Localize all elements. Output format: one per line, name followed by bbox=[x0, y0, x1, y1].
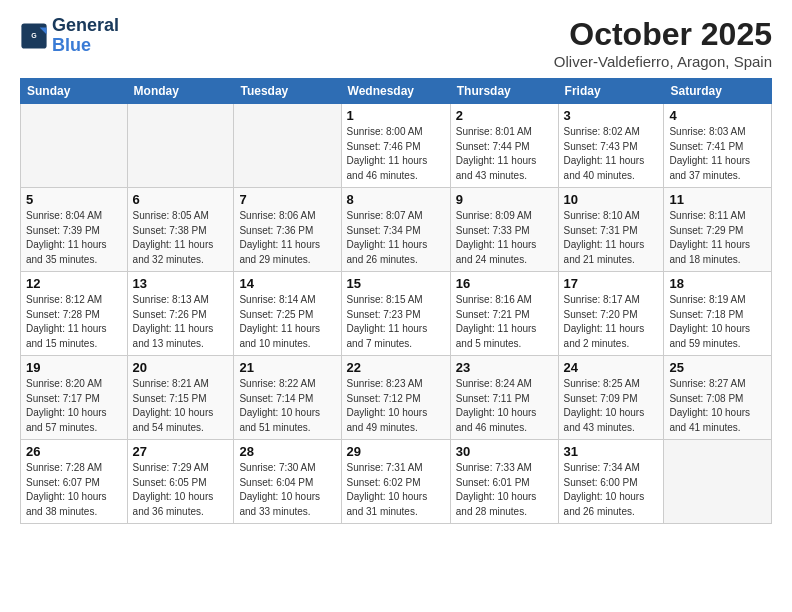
calendar-cell: 29Sunrise: 7:31 AM Sunset: 6:02 PM Dayli… bbox=[341, 440, 450, 524]
day-number: 15 bbox=[347, 276, 445, 291]
day-number: 4 bbox=[669, 108, 766, 123]
day-number: 30 bbox=[456, 444, 553, 459]
calendar-cell bbox=[664, 440, 772, 524]
calendar-cell: 22Sunrise: 8:23 AM Sunset: 7:12 PM Dayli… bbox=[341, 356, 450, 440]
calendar-cell: 9Sunrise: 8:09 AM Sunset: 7:33 PM Daylig… bbox=[450, 188, 558, 272]
svg-text:G: G bbox=[31, 32, 37, 39]
day-number: 24 bbox=[564, 360, 659, 375]
day-number: 11 bbox=[669, 192, 766, 207]
calendar-cell: 10Sunrise: 8:10 AM Sunset: 7:31 PM Dayli… bbox=[558, 188, 664, 272]
weekday-header: Friday bbox=[558, 79, 664, 104]
logo-text: General Blue bbox=[52, 16, 119, 56]
weekday-header: Monday bbox=[127, 79, 234, 104]
day-number: 13 bbox=[133, 276, 229, 291]
day-info: Sunrise: 8:22 AM Sunset: 7:14 PM Dayligh… bbox=[239, 377, 335, 435]
calendar-cell: 3Sunrise: 8:02 AM Sunset: 7:43 PM Daylig… bbox=[558, 104, 664, 188]
day-number: 22 bbox=[347, 360, 445, 375]
calendar-cell: 15Sunrise: 8:15 AM Sunset: 7:23 PM Dayli… bbox=[341, 272, 450, 356]
day-info: Sunrise: 8:24 AM Sunset: 7:11 PM Dayligh… bbox=[456, 377, 553, 435]
calendar-week-row: 5Sunrise: 8:04 AM Sunset: 7:39 PM Daylig… bbox=[21, 188, 772, 272]
calendar-cell: 6Sunrise: 8:05 AM Sunset: 7:38 PM Daylig… bbox=[127, 188, 234, 272]
day-number: 6 bbox=[133, 192, 229, 207]
calendar-cell: 19Sunrise: 8:20 AM Sunset: 7:17 PM Dayli… bbox=[21, 356, 128, 440]
day-info: Sunrise: 8:12 AM Sunset: 7:28 PM Dayligh… bbox=[26, 293, 122, 351]
calendar-week-row: 1Sunrise: 8:00 AM Sunset: 7:46 PM Daylig… bbox=[21, 104, 772, 188]
calendar-cell: 5Sunrise: 8:04 AM Sunset: 7:39 PM Daylig… bbox=[21, 188, 128, 272]
day-info: Sunrise: 7:28 AM Sunset: 6:07 PM Dayligh… bbox=[26, 461, 122, 519]
logo-icon: G bbox=[20, 22, 48, 50]
calendar-cell: 26Sunrise: 7:28 AM Sunset: 6:07 PM Dayli… bbox=[21, 440, 128, 524]
calendar-cell: 23Sunrise: 8:24 AM Sunset: 7:11 PM Dayli… bbox=[450, 356, 558, 440]
day-info: Sunrise: 8:19 AM Sunset: 7:18 PM Dayligh… bbox=[669, 293, 766, 351]
day-number: 12 bbox=[26, 276, 122, 291]
day-number: 5 bbox=[26, 192, 122, 207]
day-number: 20 bbox=[133, 360, 229, 375]
day-number: 16 bbox=[456, 276, 553, 291]
day-number: 9 bbox=[456, 192, 553, 207]
day-number: 29 bbox=[347, 444, 445, 459]
day-info: Sunrise: 7:33 AM Sunset: 6:01 PM Dayligh… bbox=[456, 461, 553, 519]
calendar-cell: 2Sunrise: 8:01 AM Sunset: 7:44 PM Daylig… bbox=[450, 104, 558, 188]
title-block: October 2025 Oliver-Valdefierro, Aragon,… bbox=[554, 16, 772, 70]
day-info: Sunrise: 8:06 AM Sunset: 7:36 PM Dayligh… bbox=[239, 209, 335, 267]
day-info: Sunrise: 8:23 AM Sunset: 7:12 PM Dayligh… bbox=[347, 377, 445, 435]
day-number: 8 bbox=[347, 192, 445, 207]
day-info: Sunrise: 8:21 AM Sunset: 7:15 PM Dayligh… bbox=[133, 377, 229, 435]
day-info: Sunrise: 8:20 AM Sunset: 7:17 PM Dayligh… bbox=[26, 377, 122, 435]
day-info: Sunrise: 8:27 AM Sunset: 7:08 PM Dayligh… bbox=[669, 377, 766, 435]
day-number: 10 bbox=[564, 192, 659, 207]
day-number: 3 bbox=[564, 108, 659, 123]
calendar-cell: 21Sunrise: 8:22 AM Sunset: 7:14 PM Dayli… bbox=[234, 356, 341, 440]
day-info: Sunrise: 8:05 AM Sunset: 7:38 PM Dayligh… bbox=[133, 209, 229, 267]
header: G General Blue October 2025 Oliver-Valde… bbox=[20, 16, 772, 70]
day-number: 25 bbox=[669, 360, 766, 375]
weekday-header: Saturday bbox=[664, 79, 772, 104]
calendar-cell: 12Sunrise: 8:12 AM Sunset: 7:28 PM Dayli… bbox=[21, 272, 128, 356]
calendar-cell: 7Sunrise: 8:06 AM Sunset: 7:36 PM Daylig… bbox=[234, 188, 341, 272]
month-title: October 2025 bbox=[554, 16, 772, 53]
main-container: G General Blue October 2025 Oliver-Valde… bbox=[0, 0, 792, 534]
calendar-cell: 8Sunrise: 8:07 AM Sunset: 7:34 PM Daylig… bbox=[341, 188, 450, 272]
calendar-cell: 27Sunrise: 7:29 AM Sunset: 6:05 PM Dayli… bbox=[127, 440, 234, 524]
day-info: Sunrise: 8:17 AM Sunset: 7:20 PM Dayligh… bbox=[564, 293, 659, 351]
day-info: Sunrise: 7:34 AM Sunset: 6:00 PM Dayligh… bbox=[564, 461, 659, 519]
day-info: Sunrise: 8:03 AM Sunset: 7:41 PM Dayligh… bbox=[669, 125, 766, 183]
day-info: Sunrise: 8:15 AM Sunset: 7:23 PM Dayligh… bbox=[347, 293, 445, 351]
day-number: 7 bbox=[239, 192, 335, 207]
day-info: Sunrise: 8:11 AM Sunset: 7:29 PM Dayligh… bbox=[669, 209, 766, 267]
calendar-cell: 18Sunrise: 8:19 AM Sunset: 7:18 PM Dayli… bbox=[664, 272, 772, 356]
calendar-week-row: 12Sunrise: 8:12 AM Sunset: 7:28 PM Dayli… bbox=[21, 272, 772, 356]
calendar-cell bbox=[127, 104, 234, 188]
day-info: Sunrise: 8:16 AM Sunset: 7:21 PM Dayligh… bbox=[456, 293, 553, 351]
day-info: Sunrise: 8:10 AM Sunset: 7:31 PM Dayligh… bbox=[564, 209, 659, 267]
calendar-cell: 13Sunrise: 8:13 AM Sunset: 7:26 PM Dayli… bbox=[127, 272, 234, 356]
calendar-cell bbox=[234, 104, 341, 188]
day-info: Sunrise: 8:00 AM Sunset: 7:46 PM Dayligh… bbox=[347, 125, 445, 183]
day-info: Sunrise: 8:09 AM Sunset: 7:33 PM Dayligh… bbox=[456, 209, 553, 267]
calendar-cell: 24Sunrise: 8:25 AM Sunset: 7:09 PM Dayli… bbox=[558, 356, 664, 440]
day-number: 1 bbox=[347, 108, 445, 123]
location-subtitle: Oliver-Valdefierro, Aragon, Spain bbox=[554, 53, 772, 70]
calendar-cell: 11Sunrise: 8:11 AM Sunset: 7:29 PM Dayli… bbox=[664, 188, 772, 272]
day-info: Sunrise: 8:14 AM Sunset: 7:25 PM Dayligh… bbox=[239, 293, 335, 351]
day-info: Sunrise: 8:04 AM Sunset: 7:39 PM Dayligh… bbox=[26, 209, 122, 267]
day-info: Sunrise: 8:01 AM Sunset: 7:44 PM Dayligh… bbox=[456, 125, 553, 183]
weekday-header: Thursday bbox=[450, 79, 558, 104]
day-info: Sunrise: 8:02 AM Sunset: 7:43 PM Dayligh… bbox=[564, 125, 659, 183]
day-info: Sunrise: 7:31 AM Sunset: 6:02 PM Dayligh… bbox=[347, 461, 445, 519]
weekday-header: Sunday bbox=[21, 79, 128, 104]
weekday-header: Wednesday bbox=[341, 79, 450, 104]
day-number: 21 bbox=[239, 360, 335, 375]
day-info: Sunrise: 8:25 AM Sunset: 7:09 PM Dayligh… bbox=[564, 377, 659, 435]
calendar-table: SundayMondayTuesdayWednesdayThursdayFrid… bbox=[20, 78, 772, 524]
calendar-cell: 1Sunrise: 8:00 AM Sunset: 7:46 PM Daylig… bbox=[341, 104, 450, 188]
day-number: 14 bbox=[239, 276, 335, 291]
calendar-cell: 25Sunrise: 8:27 AM Sunset: 7:08 PM Dayli… bbox=[664, 356, 772, 440]
day-number: 26 bbox=[26, 444, 122, 459]
calendar-week-row: 19Sunrise: 8:20 AM Sunset: 7:17 PM Dayli… bbox=[21, 356, 772, 440]
day-info: Sunrise: 8:13 AM Sunset: 7:26 PM Dayligh… bbox=[133, 293, 229, 351]
day-number: 19 bbox=[26, 360, 122, 375]
calendar-cell: 4Sunrise: 8:03 AM Sunset: 7:41 PM Daylig… bbox=[664, 104, 772, 188]
calendar-week-row: 26Sunrise: 7:28 AM Sunset: 6:07 PM Dayli… bbox=[21, 440, 772, 524]
calendar-cell: 28Sunrise: 7:30 AM Sunset: 6:04 PM Dayli… bbox=[234, 440, 341, 524]
